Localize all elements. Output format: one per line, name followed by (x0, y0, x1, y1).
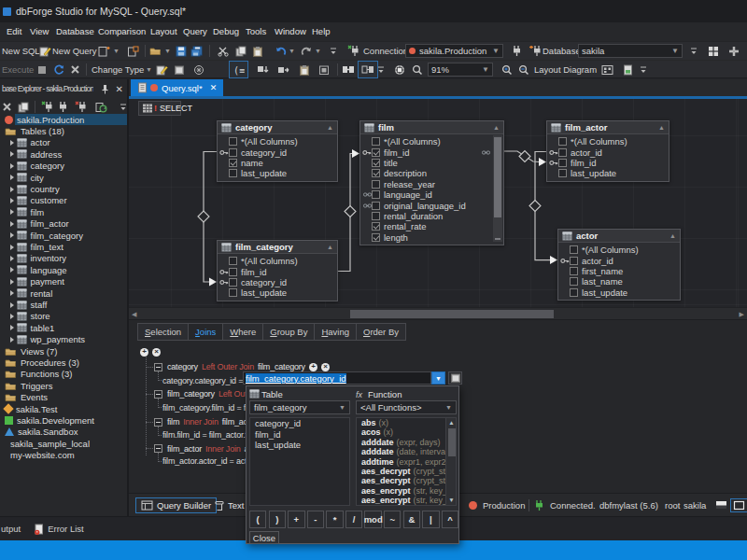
tree-item-film[interactable]: film (0, 206, 127, 217)
tree-item-my-website-com[interactable]: my-website.com (0, 450, 127, 461)
column-row-length[interactable]: length (360, 232, 503, 243)
expand-icon[interactable] (10, 337, 14, 343)
tree-item-city[interactable]: city (0, 172, 127, 183)
column-row-release-year[interactable]: release_year (360, 179, 503, 189)
column-row-first-name[interactable]: first_name (558, 266, 680, 276)
column-checkbox[interactable] (570, 288, 578, 297)
connect-icon[interactable] (347, 42, 359, 60)
column-checkbox[interactable] (372, 202, 380, 210)
table-header[interactable]: film_category ▲ (218, 241, 337, 254)
tree-item-customer[interactable]: customer (0, 195, 127, 206)
format-button[interactable] (193, 61, 204, 78)
column-checkbox[interactable] (570, 267, 578, 275)
tree-item-film-actor[interactable]: film_actor (0, 218, 127, 230)
table-header[interactable]: category ▲ (218, 121, 337, 134)
operator-button-9[interactable]: | (422, 511, 439, 528)
column-checkbox[interactable] (570, 257, 578, 265)
layout-view-button[interactable] (715, 494, 727, 517)
builder-tab-order-by[interactable]: Order By (357, 323, 406, 341)
column-checkbox[interactable] (229, 137, 237, 146)
expand-icon[interactable] (10, 314, 14, 319)
new-query-button[interactable]: New Query (52, 42, 97, 60)
column-row-description[interactable]: description (360, 168, 503, 178)
column-row--All-Columns-[interactable]: *(All Columns) (547, 136, 669, 147)
column-row-last-name[interactable]: last_name (558, 276, 680, 287)
menu-edit[interactable]: Edit (7, 26, 21, 36)
scroll-up-icon[interactable]: ▲ (446, 418, 457, 427)
column-checkbox[interactable] (372, 148, 380, 157)
column-checkbox[interactable] (372, 169, 380, 177)
table-header[interactable]: film_actor ▲ (547, 121, 669, 134)
popup-function-item[interactable]: abs(x) (357, 418, 456, 427)
expand-icon[interactable] (10, 325, 14, 330)
column-row-last-update[interactable]: last_update (558, 287, 680, 298)
table-header[interactable]: film ▲ (360, 121, 503, 134)
expand-icon[interactable] (10, 302, 14, 308)
change-type-dropdown[interactable]: ▼ (146, 61, 152, 78)
tree-item-views-7-[interactable]: Views (7) (0, 345, 127, 357)
edit-query-button[interactable] (156, 61, 168, 78)
tree-item-inventory[interactable]: inventory (0, 253, 127, 264)
expand-icon[interactable] (10, 163, 14, 169)
redo-dropdown[interactable]: ▼ (315, 42, 321, 60)
column-checkbox[interactable] (229, 148, 237, 157)
connection-combo[interactable]: sakila.Production▼ (405, 44, 503, 58)
column-row--All-Columns-[interactable]: *(All Columns) (218, 136, 337, 147)
collapse-box-icon[interactable] (154, 363, 162, 371)
column-checkbox[interactable] (229, 288, 237, 297)
open-file-button[interactable] (149, 42, 162, 60)
operator-button-10[interactable]: ^ (442, 511, 458, 528)
popup-function-item[interactable]: aes_decrypt(crypt_str, key (357, 467, 456, 476)
diagram-table-film_category[interactable]: film_category ▲ *(All Columns) film_id c… (217, 240, 338, 301)
column-checkbox[interactable] (570, 245, 578, 254)
menu-window[interactable]: Window (275, 26, 306, 36)
column-row--All-Columns-[interactable]: *(All Columns) (360, 136, 503, 147)
operator-button-5[interactable]: / (345, 511, 362, 528)
delete-condition-circle-button[interactable]: × (321, 363, 330, 371)
print-diagram-button[interactable] (623, 61, 633, 78)
new-document-button[interactable] (98, 42, 110, 60)
toolbar-options-icon[interactable] (689, 42, 698, 60)
expand-icon[interactable] (10, 140, 14, 146)
column-checkbox[interactable] (558, 137, 567, 146)
collapse-box-icon[interactable] (154, 444, 162, 453)
new-window-button[interactable] (127, 42, 139, 60)
tree-item-film-category[interactable]: film_category (0, 230, 127, 241)
builder-tab-joins[interactable]: Joins (189, 323, 223, 341)
column-row-last-update[interactable]: last_update (218, 287, 337, 298)
expand-icon[interactable] (10, 256, 14, 261)
popup-function-item[interactable]: aes_encrypt(str, key_str) (357, 486, 456, 496)
menu-layout[interactable]: Layout (150, 26, 177, 36)
copy-button[interactable] (235, 42, 247, 60)
tree-item-sakila-development[interactable]: sakila.Development (0, 414, 127, 426)
close-panel-icon[interactable]: ✕ (115, 84, 122, 94)
diagram-table-film[interactable]: film ▲ *(All Columns) film_id title desc… (359, 120, 504, 245)
tree-item-wp-payments[interactable]: wp_payments (0, 334, 127, 345)
column-row-last-update[interactable]: last_update (547, 168, 669, 178)
function-list-scrollbar[interactable]: ▲ ▼ (445, 418, 456, 505)
column-row-actor-id[interactable]: actor_id (558, 255, 680, 265)
column-checkbox[interactable] (229, 268, 237, 276)
popup-function-item[interactable]: adddate(date, interval, exp (357, 447, 456, 456)
cancel-button[interactable] (70, 61, 80, 78)
close-tab-icon[interactable]: ✕ (210, 83, 218, 92)
column-row-rental-rate[interactable]: rental_rate (360, 221, 503, 231)
operator-button-1[interactable]: ) (269, 511, 286, 528)
popup-function-combo[interactable]: <All Functions>▼ (356, 400, 457, 414)
refresh-objects-button[interactable] (708, 42, 719, 60)
tree-item-film-text[interactable]: film_text (0, 241, 127, 252)
operator-button-8[interactable]: & (403, 511, 420, 528)
column-checkbox[interactable] (372, 180, 380, 189)
column-row-language-id[interactable]: language_id (360, 189, 503, 200)
column-row-title[interactable]: title (360, 158, 503, 168)
column-row-name[interactable]: name (218, 158, 337, 168)
expand-icon[interactable] (10, 187, 14, 192)
column-row--All-Columns-[interactable]: *(All Columns) (558, 245, 680, 255)
tree-item-sakila-test[interactable]: sakila.Test (0, 403, 127, 414)
scroll-left-icon[interactable]: ◀ (132, 311, 136, 318)
popup-column-item[interactable]: category_id (250, 418, 349, 428)
column-row-film-id[interactable]: film_id (360, 147, 503, 157)
tree-item-staff[interactable]: staff (0, 299, 127, 310)
expand-icon[interactable] (10, 221, 14, 227)
menu-view[interactable]: View (30, 26, 49, 36)
